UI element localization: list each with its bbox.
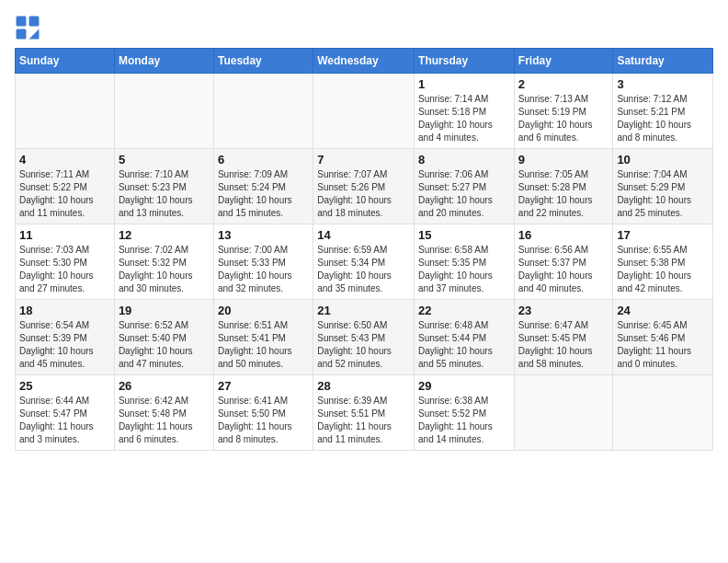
calendar-day-cell: [114, 74, 213, 149]
day-number: 25: [19, 379, 110, 393]
calendar-day-header: Sunday: [16, 49, 115, 74]
logo-icon: [15, 15, 40, 40]
calendar-day-header: Friday: [514, 49, 613, 74]
calendar-day-cell: 29Sunrise: 6:38 AM Sunset: 5:52 PM Dayli…: [415, 375, 515, 451]
calendar-day-cell: 5Sunrise: 7:10 AM Sunset: 5:23 PM Daylig…: [114, 149, 213, 224]
day-info: Sunrise: 6:48 AM Sunset: 5:44 PM Dayligh…: [418, 319, 510, 371]
day-number: 24: [617, 304, 709, 317]
calendar-day-cell: 15Sunrise: 6:58 AM Sunset: 5:35 PM Dayli…: [415, 224, 515, 300]
day-info: Sunrise: 6:38 AM Sunset: 5:52 PM Dayligh…: [418, 395, 510, 446]
calendar-day-cell: 7Sunrise: 7:07 AM Sunset: 5:26 PM Daylig…: [313, 149, 415, 224]
day-info: Sunrise: 7:12 AM Sunset: 5:21 PM Dayligh…: [617, 93, 709, 144]
day-number: 18: [19, 304, 110, 317]
day-info: Sunrise: 7:11 AM Sunset: 5:22 PM Dayligh…: [19, 168, 110, 220]
logo: [15, 15, 44, 40]
calendar-day-cell: 22Sunrise: 6:48 AM Sunset: 5:44 PM Dayli…: [415, 300, 515, 375]
day-info: Sunrise: 6:45 AM Sunset: 5:46 PM Dayligh…: [617, 319, 709, 371]
calendar-table: SundayMondayTuesdayWednesdayThursdayFrid…: [15, 48, 713, 451]
day-info: Sunrise: 7:06 AM Sunset: 5:27 PM Dayligh…: [418, 168, 510, 220]
day-number: 7: [317, 153, 410, 167]
day-number: 3: [617, 77, 709, 91]
day-info: Sunrise: 6:47 AM Sunset: 5:45 PM Dayligh…: [518, 319, 609, 371]
calendar-day-cell: 25Sunrise: 6:44 AM Sunset: 5:47 PM Dayli…: [16, 375, 115, 451]
day-info: Sunrise: 7:09 AM Sunset: 5:24 PM Dayligh…: [218, 168, 309, 220]
svg-rect-2: [17, 29, 27, 40]
day-number: 6: [218, 153, 309, 167]
day-info: Sunrise: 6:58 AM Sunset: 5:35 PM Dayligh…: [418, 244, 510, 295]
day-number: 4: [19, 153, 110, 167]
day-info: Sunrise: 6:42 AM Sunset: 5:48 PM Dayligh…: [119, 395, 210, 446]
svg-rect-0: [17, 17, 27, 27]
calendar-week-row: 25Sunrise: 6:44 AM Sunset: 5:47 PM Dayli…: [16, 375, 713, 451]
calendar-day-cell: 24Sunrise: 6:45 AM Sunset: 5:46 PM Dayli…: [613, 300, 713, 375]
day-info: Sunrise: 7:03 AM Sunset: 5:30 PM Dayligh…: [19, 244, 110, 295]
day-number: 9: [518, 153, 609, 167]
day-number: 15: [418, 228, 510, 242]
day-info: Sunrise: 7:05 AM Sunset: 5:28 PM Dayligh…: [518, 168, 609, 220]
calendar-week-row: 11Sunrise: 7:03 AM Sunset: 5:30 PM Dayli…: [16, 224, 713, 300]
calendar-day-cell: 20Sunrise: 6:51 AM Sunset: 5:41 PM Dayli…: [213, 300, 313, 375]
day-number: 17: [617, 228, 709, 242]
svg-rect-1: [29, 17, 40, 27]
day-number: 8: [418, 153, 510, 167]
calendar-day-header: Thursday: [415, 49, 515, 74]
day-number: 16: [518, 228, 609, 242]
calendar-day-cell: 21Sunrise: 6:50 AM Sunset: 5:43 PM Dayli…: [313, 300, 415, 375]
day-number: 11: [19, 228, 110, 242]
calendar-day-header: Saturday: [613, 49, 713, 74]
day-info: Sunrise: 6:44 AM Sunset: 5:47 PM Dayligh…: [19, 395, 110, 446]
calendar-day-cell: 8Sunrise: 7:06 AM Sunset: 5:27 PM Daylig…: [415, 149, 515, 224]
calendar-day-cell: 18Sunrise: 6:54 AM Sunset: 5:39 PM Dayli…: [16, 300, 115, 375]
day-info: Sunrise: 7:07 AM Sunset: 5:26 PM Dayligh…: [317, 168, 410, 220]
calendar-day-cell: 1Sunrise: 7:14 AM Sunset: 5:18 PM Daylig…: [415, 74, 515, 149]
calendar-day-cell: 23Sunrise: 6:47 AM Sunset: 5:45 PM Dayli…: [514, 300, 613, 375]
day-info: Sunrise: 6:51 AM Sunset: 5:41 PM Dayligh…: [218, 319, 309, 371]
calendar-week-row: 4Sunrise: 7:11 AM Sunset: 5:22 PM Daylig…: [16, 149, 713, 224]
day-number: 26: [119, 379, 210, 393]
page-header: [15, 15, 713, 40]
calendar-header-row: SundayMondayTuesdayWednesdayThursdayFrid…: [16, 49, 713, 74]
calendar-day-cell: 2Sunrise: 7:13 AM Sunset: 5:19 PM Daylig…: [514, 74, 613, 149]
calendar-day-cell: 11Sunrise: 7:03 AM Sunset: 5:30 PM Dayli…: [16, 224, 115, 300]
calendar-day-cell: [613, 375, 713, 451]
calendar-day-cell: 9Sunrise: 7:05 AM Sunset: 5:28 PM Daylig…: [514, 149, 613, 224]
calendar-day-header: Wednesday: [313, 49, 415, 74]
calendar-day-header: Monday: [114, 49, 213, 74]
calendar-day-cell: 13Sunrise: 7:00 AM Sunset: 5:33 PM Dayli…: [213, 224, 313, 300]
day-info: Sunrise: 7:14 AM Sunset: 5:18 PM Dayligh…: [418, 93, 510, 144]
day-number: 12: [119, 228, 210, 242]
svg-marker-3: [29, 29, 40, 40]
calendar-week-row: 18Sunrise: 6:54 AM Sunset: 5:39 PM Dayli…: [16, 300, 713, 375]
calendar-day-cell: 28Sunrise: 6:39 AM Sunset: 5:51 PM Dayli…: [313, 375, 415, 451]
day-number: 13: [218, 228, 309, 242]
day-number: 21: [317, 304, 410, 317]
calendar-day-cell: [213, 74, 313, 149]
day-info: Sunrise: 6:54 AM Sunset: 5:39 PM Dayligh…: [19, 319, 110, 371]
calendar-day-cell: 10Sunrise: 7:04 AM Sunset: 5:29 PM Dayli…: [613, 149, 713, 224]
day-number: 29: [418, 379, 510, 393]
day-number: 5: [119, 153, 210, 167]
day-info: Sunrise: 7:10 AM Sunset: 5:23 PM Dayligh…: [119, 168, 210, 220]
calendar-day-cell: [514, 375, 613, 451]
day-info: Sunrise: 7:04 AM Sunset: 5:29 PM Dayligh…: [617, 168, 709, 220]
day-number: 14: [317, 228, 410, 242]
calendar-day-cell: [16, 74, 115, 149]
day-info: Sunrise: 6:59 AM Sunset: 5:34 PM Dayligh…: [317, 244, 410, 295]
day-info: Sunrise: 6:41 AM Sunset: 5:50 PM Dayligh…: [218, 395, 309, 446]
day-info: Sunrise: 7:13 AM Sunset: 5:19 PM Dayligh…: [518, 93, 609, 144]
calendar-day-cell: 17Sunrise: 6:55 AM Sunset: 5:38 PM Dayli…: [613, 224, 713, 300]
calendar-day-cell: 19Sunrise: 6:52 AM Sunset: 5:40 PM Dayli…: [114, 300, 213, 375]
day-info: Sunrise: 6:39 AM Sunset: 5:51 PM Dayligh…: [317, 395, 410, 446]
day-number: 28: [317, 379, 410, 393]
day-info: Sunrise: 6:55 AM Sunset: 5:38 PM Dayligh…: [617, 244, 709, 295]
day-info: Sunrise: 6:56 AM Sunset: 5:37 PM Dayligh…: [518, 244, 609, 295]
day-info: Sunrise: 6:52 AM Sunset: 5:40 PM Dayligh…: [119, 319, 210, 371]
day-number: 2: [518, 77, 609, 91]
calendar-day-cell: 26Sunrise: 6:42 AM Sunset: 5:48 PM Dayli…: [114, 375, 213, 451]
day-number: 1: [418, 77, 510, 91]
day-number: 22: [418, 304, 510, 317]
day-number: 20: [218, 304, 309, 317]
calendar-day-cell: 14Sunrise: 6:59 AM Sunset: 5:34 PM Dayli…: [313, 224, 415, 300]
day-info: Sunrise: 7:00 AM Sunset: 5:33 PM Dayligh…: [218, 244, 309, 295]
calendar-day-cell: 27Sunrise: 6:41 AM Sunset: 5:50 PM Dayli…: [213, 375, 313, 451]
